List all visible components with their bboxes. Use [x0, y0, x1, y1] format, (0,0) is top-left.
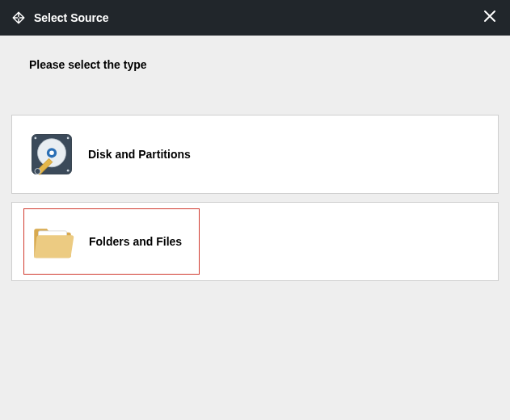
close-button[interactable]: [479, 7, 500, 28]
svg-point-5: [35, 169, 40, 174]
select-source-dialog: Select Source Please select the type: [0, 0, 510, 420]
option-label: Disk and Partitions: [88, 148, 191, 161]
close-icon: [483, 10, 496, 26]
svg-point-6: [34, 136, 36, 139]
app-icon: [11, 10, 26, 25]
disk-icon: [27, 129, 77, 179]
svg-point-4: [49, 150, 54, 155]
svg-point-7: [67, 136, 70, 139]
dialog-title: Select Source: [34, 11, 109, 24]
option-disk-partitions[interactable]: Disk and Partitions: [11, 115, 499, 194]
dialog-body: Please select the type: [0, 36, 510, 420]
titlebar: Select Source: [0, 0, 510, 36]
svg-point-8: [67, 170, 70, 172]
folder-icon: [27, 216, 78, 267]
prompt-text: Please select the type: [11, 36, 499, 71]
option-folders-files[interactable]: Folders and Files: [11, 202, 499, 281]
option-inner: Disk and Partitions: [23, 121, 197, 187]
option-inner: Folders and Files: [23, 208, 200, 275]
options-list: Disk and Partitions Folders and Files: [11, 115, 499, 281]
titlebar-left: Select Source: [11, 10, 109, 25]
option-label: Folders and Files: [89, 235, 182, 248]
